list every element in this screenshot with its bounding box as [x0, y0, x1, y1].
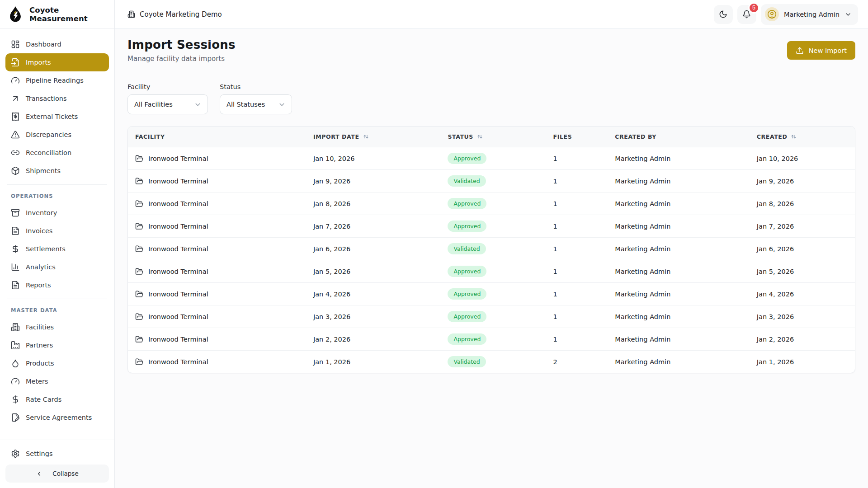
- alert-triangle-icon: [11, 130, 20, 139]
- sidebar-item-label: Reconciliation: [26, 149, 71, 156]
- sidebar-item-reconciliation[interactable]: Reconciliation: [5, 144, 109, 162]
- sidebar-item-dashboard[interactable]: Dashboard: [5, 35, 109, 53]
- created-by-cell: Marketing Admin: [608, 147, 750, 170]
- sidebar-item-rate-cards[interactable]: Rate Cards: [5, 390, 109, 408]
- upload-icon: [796, 47, 804, 55]
- status-badge: Approved: [448, 266, 486, 277]
- created-by-cell: Marketing Admin: [608, 351, 750, 373]
- files-cell: 1: [546, 170, 608, 192]
- sidebar-item-discrepancies[interactable]: Discrepancies: [5, 126, 109, 144]
- sidebar-item-settlements[interactable]: Settlements: [5, 240, 109, 258]
- sort-icon[interactable]: [790, 133, 797, 140]
- coyote-droplet-logo-icon: [6, 5, 24, 23]
- facility-name: Ironwood Terminal: [148, 313, 208, 320]
- facility-select[interactable]: All Facilities: [127, 94, 208, 114]
- import-date-cell: Jan 5, 2026: [306, 260, 440, 283]
- files-cell: 1: [546, 215, 608, 238]
- dashboard-icon: [11, 40, 20, 49]
- column-header-label: IMPORT DATE: [313, 133, 359, 140]
- sidebar-item-inventory[interactable]: Inventory: [5, 204, 109, 222]
- user-name: Marketing Admin: [784, 11, 840, 18]
- sidebar-item-external-tickets[interactable]: External Tickets: [5, 108, 109, 126]
- page-subtitle: Manage facility data imports: [127, 55, 236, 63]
- folder-open-icon: [135, 177, 143, 185]
- files-cell: 1: [546, 238, 608, 260]
- table-row[interactable]: Ironwood Terminal Jan 3, 2026 Approved 1…: [128, 305, 855, 328]
- brand-name: Coyote Measurement: [29, 6, 108, 23]
- status-select[interactable]: All Statuses: [220, 94, 292, 114]
- sidebar-item-imports[interactable]: Imports: [5, 53, 109, 71]
- sidebar-item-label: Partners: [26, 342, 53, 349]
- table-row[interactable]: Ironwood Terminal Jan 1, 2026 Validated …: [128, 351, 855, 373]
- created-by-cell: Marketing Admin: [608, 328, 750, 351]
- sidebar-item-transactions[interactable]: Transactions: [5, 89, 109, 108]
- sidebar-item-settings[interactable]: Settings: [5, 445, 109, 463]
- user-menu-button[interactable]: Marketing Admin: [761, 4, 858, 25]
- sidebar-item-label: Transactions: [26, 95, 67, 102]
- dark-mode-toggle-button[interactable]: [714, 5, 733, 24]
- created-cell: Jan 8, 2026: [750, 192, 855, 215]
- new-import-button[interactable]: New Import: [787, 41, 855, 60]
- column-header-import-date[interactable]: IMPORT DATE: [306, 127, 440, 147]
- files-cell: 1: [546, 147, 608, 170]
- status-badge: Approved: [448, 333, 486, 345]
- collapse-sidebar-button[interactable]: Collapse: [5, 465, 109, 483]
- sidebar-item-invoices[interactable]: Invoices: [5, 222, 109, 240]
- new-import-label: New Import: [809, 47, 847, 54]
- column-header-label: STATUS: [448, 133, 473, 140]
- sidebar-item-facilities[interactable]: Facilities: [5, 318, 109, 336]
- notification-count-badge: 5: [748, 2, 760, 14]
- created-by-cell: Marketing Admin: [608, 215, 750, 238]
- folder-open-icon: [135, 290, 143, 298]
- column-header-status[interactable]: STATUS: [440, 127, 546, 147]
- app-root: Coyote Measurement Dashboard Imports Pip…: [0, 0, 868, 488]
- table-row[interactable]: Ironwood Terminal Jan 6, 2026 Validated …: [128, 238, 855, 260]
- notifications-button[interactable]: 5: [737, 5, 756, 24]
- sidebar-item-label: Settings: [26, 450, 52, 457]
- sidebar-section: MASTER DATA Facilities Partners Products…: [5, 299, 109, 427]
- created-by-cell: Marketing Admin: [608, 260, 750, 283]
- created-cell: Jan 2, 2026: [750, 328, 855, 351]
- table-row[interactable]: Ironwood Terminal Jan 9, 2026 Validated …: [128, 170, 855, 192]
- status-filter: Status All Statuses: [220, 83, 292, 114]
- factory-icon: [11, 341, 20, 350]
- sidebar-item-partners[interactable]: Partners: [5, 336, 109, 354]
- folder-open-icon: [135, 335, 143, 343]
- table-row[interactable]: Ironwood Terminal Jan 4, 2026 Approved 1…: [128, 283, 855, 305]
- table-row[interactable]: Ironwood Terminal Jan 7, 2026 Approved 1…: [128, 215, 855, 238]
- dollar-icon: [11, 395, 20, 404]
- status-select-value: All Statuses: [226, 101, 265, 108]
- file-input-icon: [11, 58, 20, 67]
- import-date-cell: Jan 6, 2026: [306, 238, 440, 260]
- sidebar-item-products[interactable]: Products: [5, 354, 109, 372]
- sidebar-item-meters[interactable]: Meters: [5, 372, 109, 390]
- sort-icon[interactable]: [363, 133, 369, 140]
- sidebar-item-label: Dashboard: [26, 41, 61, 48]
- facility-filter: Facility All Facilities: [127, 83, 208, 114]
- sidebar-item-pipeline-readings[interactable]: Pipeline Readings: [5, 71, 109, 89]
- table-row[interactable]: Ironwood Terminal Jan 8, 2026 Approved 1…: [128, 192, 855, 215]
- table-row[interactable]: Ironwood Terminal Jan 2, 2026 Approved 1…: [128, 328, 855, 351]
- gauge-icon: [11, 377, 20, 386]
- sidebar-item-label: Reports: [26, 282, 51, 289]
- facility-filter-label: Facility: [127, 83, 208, 90]
- sidebar: Coyote Measurement Dashboard Imports Pip…: [0, 0, 115, 488]
- created-cell: Jan 3, 2026: [750, 305, 855, 328]
- sidebar-item-analytics[interactable]: Analytics: [5, 258, 109, 276]
- facility-name: Ironwood Terminal: [148, 200, 208, 207]
- bar-chart-icon: [11, 263, 20, 272]
- file-text-icon: [11, 281, 20, 290]
- sidebar-item-label: Discrepancies: [26, 131, 71, 138]
- filters-bar: Facility All Facilities Status All Statu…: [127, 83, 855, 114]
- table-row[interactable]: Ironwood Terminal Jan 5, 2026 Approved 1…: [128, 260, 855, 283]
- column-header-created[interactable]: CREATED: [750, 127, 855, 147]
- sidebar-footer: Settings Collapse: [0, 440, 114, 488]
- sort-icon[interactable]: [476, 133, 483, 140]
- folder-open-icon: [135, 245, 143, 253]
- sidebar-item-shipments[interactable]: Shipments: [5, 162, 109, 180]
- sidebar-item-reports[interactable]: Reports: [5, 276, 109, 294]
- files-cell: 1: [546, 328, 608, 351]
- table-row[interactable]: Ironwood Terminal Jan 10, 2026 Approved …: [128, 147, 855, 170]
- sidebar-item-service-agreements[interactable]: Service Agreements: [5, 408, 109, 427]
- folder-open-icon: [135, 313, 143, 321]
